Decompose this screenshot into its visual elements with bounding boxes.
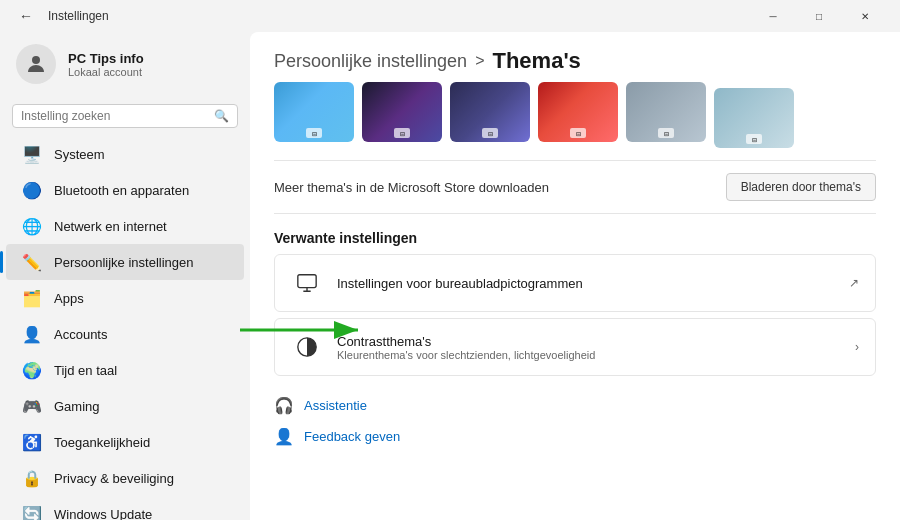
privacy-icon: 🔒 [22, 468, 42, 488]
themes-grid: ⊟ ⊟ ⊟ ⊟ [274, 82, 876, 148]
theme-taskbar-6: ⊟ [746, 134, 762, 144]
user-name: PC Tips info [68, 51, 144, 66]
sidebar-item-privacy[interactable]: 🔒 Privacy & beveiliging [6, 460, 244, 496]
sidebar-item-tijd[interactable]: 🌍 Tijd en taal [6, 352, 244, 388]
persoonlijk-icon: ✏️ [22, 252, 42, 272]
sidebar-item-label-netwerk: Netwerk en internet [54, 219, 167, 234]
sidebar-item-label-systeem: Systeem [54, 147, 105, 162]
search-icon: 🔍 [214, 109, 229, 123]
sidebar-item-label-toegankelijkheid: Toegankelijkheid [54, 435, 150, 450]
chevron-right-icon: › [855, 340, 859, 354]
sidebar-item-windows[interactable]: 🔄 Windows Update [6, 496, 244, 520]
sidebar-item-label-bluetooth: Bluetooth en apparaten [54, 183, 189, 198]
setting-contrast[interactable]: Contrastthema's Kleurenthema's voor slec… [274, 318, 876, 376]
breadcrumb-parent: Persoonlijke instellingen [274, 51, 467, 72]
external-link-icon: ↗ [849, 276, 859, 290]
tijd-icon: 🌍 [22, 360, 42, 380]
setting-desktop-icons[interactable]: Instellingen voor bureaubladpictogrammen… [274, 254, 876, 312]
search-input[interactable] [21, 109, 208, 123]
sidebar-item-systeem[interactable]: 🖥️ Systeem [6, 136, 244, 172]
search-box[interactable]: 🔍 [12, 104, 238, 128]
theme-item-4[interactable]: ⊟ [538, 82, 618, 142]
sidebar-item-label-apps: Apps [54, 291, 84, 306]
svg-point-0 [32, 56, 40, 64]
sidebar-item-label-windows: Windows Update [54, 507, 152, 521]
gaming-icon: 🎮 [22, 396, 42, 416]
svg-rect-1 [298, 275, 316, 288]
sidebar: PC Tips info Lokaal account 🔍 🖥️ Systeem… [0, 32, 250, 520]
back-button[interactable]: ← [12, 2, 40, 30]
assistentie-link[interactable]: 🎧 Assistentie [274, 394, 876, 417]
setting-contrast-text: Contrastthema's Kleurenthema's voor slec… [337, 334, 841, 361]
setting-desktop-text: Instellingen voor bureaubladpictogrammen [337, 276, 835, 291]
theme-taskbar-3: ⊟ [482, 128, 498, 138]
assistentie-icon: 🎧 [274, 396, 294, 415]
setting-contrast-sub: Kleurenthema's voor slechtzienden, licht… [337, 349, 841, 361]
content-header: Persoonlijke instellingen > Thema's [250, 32, 900, 82]
sidebar-item-label-gaming: Gaming [54, 399, 100, 414]
window-controls: ─ □ ✕ [750, 0, 888, 32]
user-info: PC Tips info Lokaal account [68, 51, 144, 78]
store-text: Meer thema's in de Microsoft Store downl… [274, 180, 549, 195]
systeem-icon: 🖥️ [22, 144, 42, 164]
maximize-button[interactable]: □ [796, 0, 842, 32]
theme-taskbar-2: ⊟ [394, 128, 410, 138]
theme-item-1[interactable]: ⊟ [274, 82, 354, 142]
close-button[interactable]: ✕ [842, 0, 888, 32]
sidebar-item-label-privacy: Privacy & beveiliging [54, 471, 174, 486]
sidebar-item-apps[interactable]: 🗂️ Apps [6, 280, 244, 316]
theme-taskbar-4: ⊟ [570, 128, 586, 138]
toegankelijkheid-icon: ♿ [22, 432, 42, 452]
sidebar-item-netwerk[interactable]: 🌐 Netwerk en internet [6, 208, 244, 244]
theme-item-6[interactable]: ⊟ [714, 88, 794, 148]
theme-taskbar-1: ⊟ [306, 128, 322, 138]
sidebar-item-persoonlijk[interactable]: ✏️ Persoonlijke instellingen [6, 244, 244, 280]
setting-desktop-label: Instellingen voor bureaubladpictogrammen [337, 276, 835, 291]
avatar [16, 44, 56, 84]
nav-list: 🖥️ Systeem 🔵 Bluetooth en apparaten 🌐 Ne… [0, 136, 250, 520]
window-title: Instellingen [48, 9, 750, 23]
windows-icon: 🔄 [22, 504, 42, 520]
theme-taskbar-5: ⊟ [658, 128, 674, 138]
content-body: ⊟ ⊟ ⊟ ⊟ [250, 82, 900, 468]
feedback-label: Feedback geven [304, 429, 400, 444]
bottom-links: 🎧 Assistentie 👤 Feedback geven [274, 382, 876, 452]
feedback-icon: 👤 [274, 427, 294, 446]
sidebar-item-accounts[interactable]: 👤 Accounts [6, 316, 244, 352]
feedback-link[interactable]: 👤 Feedback geven [274, 425, 876, 448]
setting-contrast-label: Contrastthema's [337, 334, 841, 349]
theme-item-5[interactable]: ⊟ [626, 82, 706, 142]
content-area: Persoonlijke instellingen > Thema's ⊟ ⊟ [250, 32, 900, 520]
sidebar-item-bluetooth[interactable]: 🔵 Bluetooth en apparaten [6, 172, 244, 208]
minimize-button[interactable]: ─ [750, 0, 796, 32]
breadcrumb-separator: > [475, 52, 484, 70]
netwerk-icon: 🌐 [22, 216, 42, 236]
sidebar-item-label-accounts: Accounts [54, 327, 107, 342]
contrast-icon [291, 331, 323, 363]
related-settings-title: Verwante instellingen [274, 230, 876, 246]
apps-icon: 🗂️ [22, 288, 42, 308]
accounts-icon: 👤 [22, 324, 42, 344]
sidebar-item-toegankelijkheid[interactable]: ♿ Toegankelijkheid [6, 424, 244, 460]
sidebar-item-gaming[interactable]: 🎮 Gaming [6, 388, 244, 424]
user-subtitle: Lokaal account [68, 66, 144, 78]
theme-item-2[interactable]: ⊟ [362, 82, 442, 142]
assistentie-label: Assistentie [304, 398, 367, 413]
sidebar-item-label-persoonlijk: Persoonlijke instellingen [54, 255, 193, 270]
main-layout: PC Tips info Lokaal account 🔍 🖥️ Systeem… [0, 32, 900, 520]
desktop-icon [291, 267, 323, 299]
titlebar: ← Instellingen ─ □ ✕ [0, 0, 900, 32]
sidebar-item-label-tijd: Tijd en taal [54, 363, 117, 378]
browse-themes-button[interactable]: Bladeren door thema's [726, 173, 876, 201]
bluetooth-icon: 🔵 [22, 180, 42, 200]
theme-item-3[interactable]: ⊟ [450, 82, 530, 142]
store-section: Meer thema's in de Microsoft Store downl… [274, 160, 876, 214]
breadcrumb-current: Thema's [492, 48, 580, 74]
user-section[interactable]: PC Tips info Lokaal account [0, 32, 250, 96]
